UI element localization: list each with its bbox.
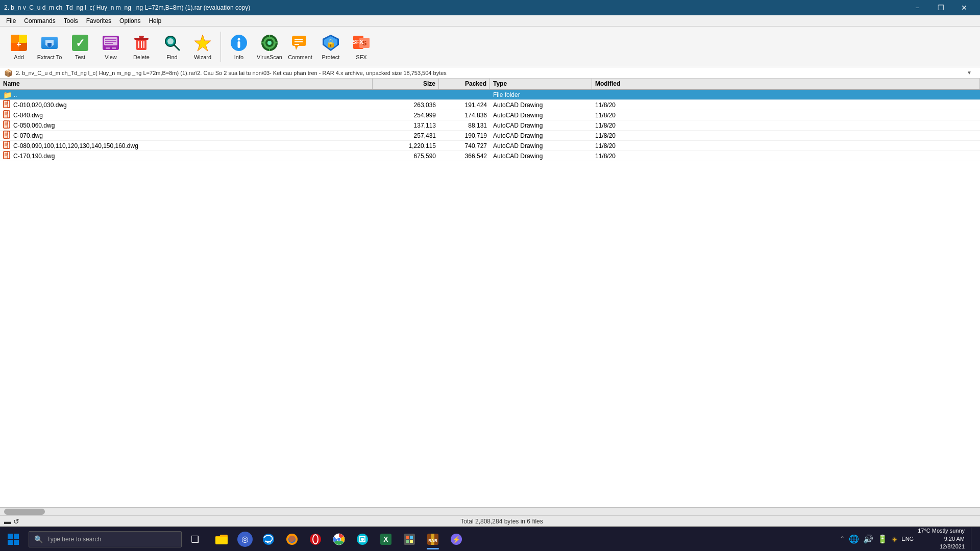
taskbar-app-explorer[interactable] bbox=[210, 528, 233, 550]
toolbar-find-button[interactable]: Find bbox=[157, 29, 187, 65]
menu-options[interactable]: Options bbox=[115, 15, 144, 26]
tray-chevron[interactable]: ⌃ bbox=[840, 535, 845, 542]
file-type-cell: AutoCAD Drawing bbox=[490, 101, 592, 109]
toolbar-delete-button[interactable]: Delete bbox=[127, 29, 156, 65]
svg-rect-98 bbox=[404, 534, 415, 545]
file-name-cell: 📁 .. bbox=[0, 90, 373, 99]
toolbar-comment-label: Comment bbox=[288, 54, 312, 60]
toolbar-test-button[interactable]: ✓ Test bbox=[65, 29, 95, 65]
svg-text:+: + bbox=[16, 40, 21, 48]
taskbar-search-icon: 🔍 bbox=[34, 535, 43, 543]
file-type-cell: AutoCAD Drawing bbox=[490, 132, 592, 140]
file-packed-cell: 740,727 bbox=[439, 142, 490, 150]
taskview-button[interactable]: ❑ bbox=[184, 528, 206, 550]
table-row[interactable]: C-040.dwg 254,999 174,836 AutoCAD Drawin… bbox=[0, 110, 980, 120]
toolbar-add-label: Add bbox=[14, 54, 24, 60]
taskbar-app-edge[interactable] bbox=[257, 528, 280, 550]
table-row[interactable]: C-050,060.dwg 137,113 88,131 AutoCAD Dra… bbox=[0, 120, 980, 131]
file-packed-cell: 366,542 bbox=[439, 152, 490, 160]
horizontal-scrollbar[interactable] bbox=[0, 507, 980, 515]
sfx-icon: S SFX bbox=[352, 34, 371, 52]
table-row[interactable]: C-070.dwg 257,431 190,719 AutoCAD Drawin… bbox=[0, 131, 980, 141]
menu-file[interactable]: File bbox=[2, 15, 20, 26]
svg-point-93 bbox=[337, 538, 340, 541]
col-header-packed[interactable]: Packed bbox=[439, 79, 490, 89]
toolbar-comment-button[interactable]: Comment bbox=[285, 29, 315, 65]
path-dropdown-arrow[interactable]: ▼ bbox=[967, 70, 972, 76]
taskbar-app-firefox[interactable] bbox=[281, 528, 303, 550]
svg-rect-57 bbox=[4, 111, 8, 118]
svg-text:⚡: ⚡ bbox=[452, 535, 461, 544]
taskbar-app-11[interactable]: ⚡ bbox=[445, 528, 468, 550]
status-left: ▬ ↺ bbox=[0, 517, 23, 525]
svg-text:SFX: SFX bbox=[352, 39, 363, 45]
menu-help[interactable]: Help bbox=[144, 15, 165, 26]
taskbar-temperature: 17°C Mostly sunny bbox=[918, 527, 965, 535]
taskbar-app-excel[interactable]: X bbox=[375, 528, 397, 550]
status-icon-1: ▬ bbox=[4, 517, 11, 525]
toolbar-info-button[interactable]: Info bbox=[224, 29, 254, 65]
table-row[interactable]: C-080,090,100,110,120,130,140,150,160.dw… bbox=[0, 141, 980, 151]
taskbar-app-winrar[interactable]: RAR bbox=[422, 528, 444, 550]
menu-commands[interactable]: Commands bbox=[20, 15, 59, 26]
taskbar-search-placeholder: Type here to search bbox=[47, 536, 101, 543]
svg-rect-67 bbox=[4, 131, 8, 138]
toolbar-wizard-button[interactable]: Wizard bbox=[188, 29, 217, 65]
taskbar-app-7[interactable] bbox=[351, 528, 374, 550]
toolbar-wizard-label: Wizard bbox=[194, 54, 211, 60]
svg-marker-27 bbox=[194, 35, 211, 51]
toolbar-sfx-label: SFX bbox=[356, 54, 366, 60]
show-desktop[interactable] bbox=[971, 528, 974, 550]
file-size-cell: 257,431 bbox=[373, 132, 439, 140]
toolbar-extract-button[interactable]: Extract To bbox=[35, 29, 64, 65]
taskbar-app-cortana[interactable]: ◎ bbox=[234, 528, 256, 550]
toolbar-virusscan-button[interactable]: VirusScan bbox=[255, 29, 284, 65]
file-list-container: Name Size Packed Type Modified 📁 .. File… bbox=[0, 79, 980, 507]
file-packed-cell: 88,131 bbox=[439, 121, 490, 130]
minimize-button[interactable]: − bbox=[905, 0, 929, 15]
add-icon: + bbox=[10, 34, 28, 52]
file-name: C-010,020,030.dwg bbox=[13, 102, 67, 109]
taskbar-datetime[interactable]: 17°C Mostly sunny 9:20 AM 12/8/2021 bbox=[918, 527, 965, 550]
table-row[interactable]: C-170,190.dwg 675,590 366,542 AutoCAD Dr… bbox=[0, 151, 980, 161]
file-modified-cell: 11/8/20 bbox=[592, 132, 980, 140]
taskbar-time: 9:20 AM bbox=[918, 535, 965, 543]
taskbar-app-chrome[interactable] bbox=[328, 528, 350, 550]
table-row[interactable]: 📁 .. File folder bbox=[0, 90, 980, 100]
tray-winrar-notify: ◈ bbox=[892, 535, 897, 543]
col-header-size[interactable]: Size bbox=[373, 79, 439, 89]
menu-favorites[interactable]: Favorites bbox=[82, 15, 115, 26]
col-header-name[interactable]: Name bbox=[0, 79, 373, 89]
taskbar-app-9[interactable] bbox=[398, 528, 421, 550]
extract-icon bbox=[40, 34, 59, 52]
path-text: 2. b_nv_C_u d_m ch_Td_ng l_c( Huy_n m_ng… bbox=[16, 70, 447, 76]
col-header-modified[interactable]: Modified bbox=[592, 79, 980, 89]
taskbar-app-opera[interactable] bbox=[304, 528, 327, 550]
file-name-cell: C-070.dwg bbox=[0, 130, 373, 141]
toolbar-sfx-button[interactable]: S SFX SFX bbox=[347, 29, 376, 65]
toolbar-view-button[interactable]: View bbox=[96, 29, 126, 65]
table-row[interactable]: C-010,020,030.dwg 263,036 191,424 AutoCA… bbox=[0, 100, 980, 110]
file-modified-cell: 11/8/20 bbox=[592, 142, 980, 150]
tray-lang[interactable]: ENG bbox=[901, 536, 914, 542]
file-size-cell: 1,220,115 bbox=[373, 142, 439, 150]
file-type-cell: AutoCAD Drawing bbox=[490, 142, 592, 150]
file-name-cell: C-080,090,100,110,120,130,140,150,160.dw… bbox=[0, 140, 373, 151]
taskbar-search-box[interactable]: 🔍 Type here to search bbox=[29, 531, 182, 547]
file-packed-cell: 190,719 bbox=[439, 132, 490, 140]
restore-button[interactable]: ❐ bbox=[929, 0, 952, 15]
start-button[interactable] bbox=[0, 527, 27, 552]
toolbar-protect-button[interactable]: 🔒 Protect bbox=[316, 29, 346, 65]
col-header-type[interactable]: Type bbox=[490, 79, 592, 89]
toolbar: + Add Extract To ✓ Test bbox=[0, 27, 980, 67]
svg-rect-20 bbox=[139, 36, 144, 38]
close-button[interactable]: ✕ bbox=[952, 0, 976, 15]
file-size-cell: 675,590 bbox=[373, 152, 439, 160]
svg-text:RAR: RAR bbox=[428, 538, 437, 543]
svg-line-26 bbox=[174, 45, 179, 50]
menu-tools[interactable]: Tools bbox=[60, 15, 82, 26]
view-icon bbox=[102, 34, 120, 52]
file-rows: 📁 .. File folder C-010,020,030.dwg 263,0… bbox=[0, 90, 980, 507]
toolbar-add-button[interactable]: + Add bbox=[4, 29, 34, 65]
file-packed-cell: 174,836 bbox=[439, 111, 490, 119]
